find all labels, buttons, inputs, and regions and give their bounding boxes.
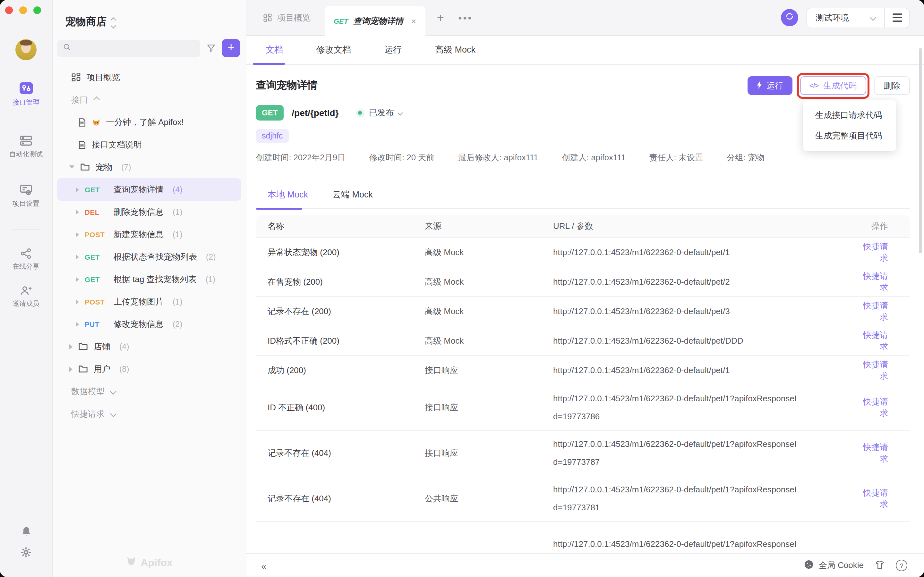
- window-close-button[interactable]: [5, 6, 13, 14]
- menu-item-generate-project-code[interactable]: 生成完整项目代码: [803, 126, 896, 146]
- chevron-right-icon[interactable]: [69, 344, 73, 349]
- tag-pill[interactable]: sdjhfc: [256, 129, 288, 143]
- main-area: 项目概览 GET 查询宠物详情 × + ●●● 测试环境: [246, 0, 924, 577]
- chevron-right-icon[interactable]: [76, 254, 79, 259]
- window-minimize-button[interactable]: [19, 6, 27, 14]
- search-input[interactable]: [75, 43, 194, 53]
- environment-selector[interactable]: 测试环境: [806, 12, 884, 23]
- add-button[interactable]: +: [222, 39, 240, 57]
- quick-request-link[interactable]: 快捷请求: [863, 271, 888, 292]
- folder-count: (7): [121, 163, 131, 171]
- rail-item-project-settings[interactable]: 项目设置: [0, 183, 52, 208]
- sidebar-endpoint[interactable]: GET 根据 tag 查找宠物列表 (1): [57, 268, 241, 290]
- close-icon[interactable]: ×: [411, 16, 416, 26]
- window-zoom-button[interactable]: [33, 6, 41, 14]
- search-box[interactable]: [57, 39, 200, 57]
- sidebar-endpoint[interactable]: POST 上传宠物图片 (1): [57, 290, 241, 313]
- quick-request-link[interactable]: 快捷请求: [863, 300, 888, 322]
- quick-request-link[interactable]: 快捷请求: [863, 397, 888, 418]
- sidebar: 宠物商店 + 项目概览: [53, 0, 246, 577]
- delete-button[interactable]: 删除: [874, 76, 910, 95]
- chevron-right-icon[interactable]: [76, 322, 79, 327]
- tab-local-mock[interactable]: 本地 Mock: [268, 189, 308, 208]
- mock-source: 高级 Mock: [425, 247, 553, 258]
- sidebar-section-models[interactable]: 数据模型: [57, 380, 241, 403]
- chevron-right-icon[interactable]: [76, 210, 79, 214]
- tab-project-overview[interactable]: 项目概览: [246, 12, 325, 23]
- chevron-right-icon[interactable]: [76, 232, 79, 237]
- endpoint-count: (2): [206, 252, 216, 261]
- endpoint-name: 修改宠物信息: [113, 318, 164, 330]
- menu-button[interactable]: [885, 14, 909, 22]
- notifications-button[interactable]: [0, 526, 52, 537]
- sidebar-folder-pet[interactable]: 宠物 (7): [57, 156, 241, 178]
- sidebar-endpoint-selected[interactable]: GET 查询宠物详情 (4): [57, 178, 241, 201]
- sidebar-section-quick-requests[interactable]: 快捷请求: [57, 403, 241, 425]
- chevron-right-icon[interactable]: [76, 187, 79, 192]
- folder-count: (4): [120, 342, 129, 351]
- sidebar-endpoint[interactable]: DEL 删除宠物信息 (1): [57, 201, 241, 223]
- collapse-sidebar-button[interactable]: «: [261, 560, 267, 571]
- quick-request-link[interactable]: 快捷请求: [863, 488, 888, 509]
- chevron-right-icon[interactable]: [76, 277, 79, 282]
- new-tab-button[interactable]: +: [437, 11, 444, 25]
- generate-code-button[interactable]: </> 生成代码: [800, 76, 866, 95]
- run-button[interactable]: 运行: [747, 76, 792, 95]
- grid-icon: [71, 73, 81, 82]
- mock-tabs: 本地 Mock 云端 Mock: [256, 189, 910, 209]
- quick-request-link[interactable]: 快捷请求: [863, 330, 888, 351]
- chevron-down-icon[interactable]: [69, 165, 74, 169]
- tab-active-endpoint[interactable]: GET 查询宠物详情 ×: [325, 6, 425, 36]
- tab-cloud-mock[interactable]: 云端 Mock: [333, 189, 373, 208]
- quick-request-link[interactable]: 快捷请求: [863, 242, 888, 263]
- publish-status[interactable]: 已发布: [356, 107, 402, 119]
- mock-name: 记录不存在 (404): [256, 493, 425, 504]
- mock-table-row: 异常状态宠物 (200) 高级 Mock http://127.0.0.1:45…: [256, 237, 910, 267]
- settings-button[interactable]: [0, 546, 52, 558]
- mock-url: http://127.0.0.1:4523/m1/622362-0-defaul…: [553, 243, 861, 261]
- scrollbar[interactable]: [919, 48, 922, 253]
- sidebar-doc-item[interactable]: M 一分钟，了解 Apifox!: [57, 111, 241, 133]
- endpoint-count: (2): [173, 319, 183, 329]
- meta-owner: 责任人: 未设置: [649, 153, 703, 163]
- mock-table-row: 记录不存在 (404) 接口响应 http://127.0.0.1:4523/m…: [256, 430, 910, 476]
- menu-item-generate-request-code[interactable]: 生成接口请求代码: [803, 105, 896, 126]
- mock-source: 高级 Mock: [425, 276, 553, 287]
- rail-item-share[interactable]: 在线分享: [0, 247, 52, 271]
- help-icon[interactable]: ?: [896, 560, 907, 571]
- sidebar-folder-user[interactable]: 用户 (8): [57, 358, 241, 380]
- col-action: 操作: [861, 221, 910, 232]
- sidebar-doc-item[interactable]: M 接口文档说明: [57, 133, 241, 156]
- endpoint-name: 查询宠物详情: [113, 184, 164, 195]
- sidebar-endpoint[interactable]: PUT 修改宠物信息 (2): [57, 313, 241, 335]
- sidebar-section-api[interactable]: 接口: [57, 89, 241, 111]
- environment-box: 测试环境: [806, 7, 910, 28]
- filter-icon[interactable]: [207, 44, 216, 53]
- avatar[interactable]: [15, 39, 37, 60]
- quick-request-link[interactable]: 快捷请求: [863, 442, 888, 464]
- sync-button[interactable]: [781, 9, 798, 26]
- tab-docs[interactable]: 文档: [262, 44, 287, 56]
- more-tabs-icon[interactable]: ●●●: [458, 14, 473, 21]
- chevron-right-icon[interactable]: [69, 366, 73, 372]
- chevron-right-icon[interactable]: [76, 299, 79, 304]
- tab-run[interactable]: 运行: [381, 44, 405, 56]
- folder-icon: [78, 342, 88, 351]
- mock-url: http://127.0.0.1:4523/m1/622362-0-defaul…: [553, 535, 861, 553]
- theme-icon[interactable]: [875, 559, 885, 572]
- tab-advanced-mock[interactable]: 高级 Mock: [431, 44, 479, 56]
- global-cookie-button[interactable]: 全局 Cookie: [804, 560, 864, 571]
- rail-item-automation[interactable]: 自动化测试: [0, 134, 52, 159]
- rail-item-api-management[interactable]: 接口管理: [0, 81, 52, 107]
- endpoint-count: (1): [206, 275, 216, 284]
- sidebar-item-overview[interactable]: 项目概览: [57, 66, 241, 89]
- project-switcher[interactable]: 宠物商店: [53, 0, 246, 29]
- sidebar-endpoint[interactable]: GET 根据状态查找宠物列表 (2): [57, 245, 241, 268]
- tab-edit-docs[interactable]: 修改文档: [312, 44, 355, 56]
- meta-creator: 创建人: apifox111: [562, 153, 626, 163]
- rail-item-invite[interactable]: 邀请成员: [0, 285, 52, 308]
- meta-row: 创建时间: 2022年2月9日 修改时间: 20 天前 最后修改人: apifo…: [256, 153, 910, 163]
- sidebar-endpoint[interactable]: POST 新建宠物信息 (1): [57, 223, 241, 245]
- quick-request-link[interactable]: 快捷请求: [863, 359, 888, 380]
- sidebar-folder-shop[interactable]: 店铺 (4): [57, 335, 241, 358]
